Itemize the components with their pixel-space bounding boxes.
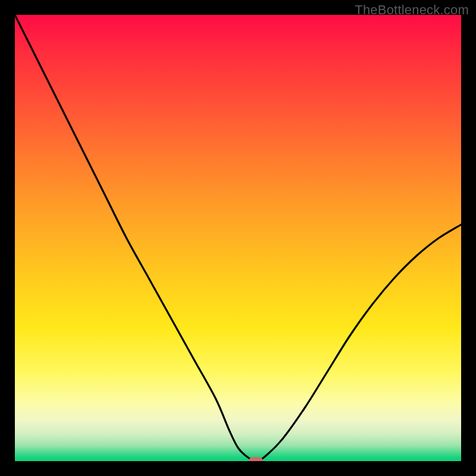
- chart-frame: TheBottleneck.com: [0, 0, 476, 476]
- minimum-marker: [249, 457, 263, 461]
- plot-area: [15, 15, 461, 461]
- watermark-text: TheBottleneck.com: [355, 2, 469, 18]
- bottleneck-curve: [15, 15, 461, 461]
- curve-layer: [15, 15, 461, 461]
